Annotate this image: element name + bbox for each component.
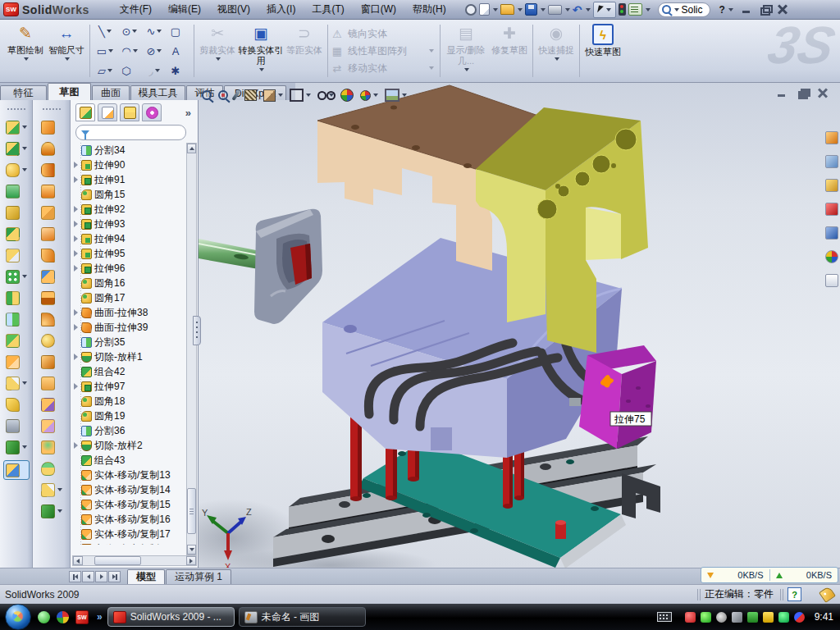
- expand-arrow-icon[interactable]: [74, 383, 78, 390]
- tool-dropdown-icon[interactable]: [57, 509, 62, 513]
- scroll-left-button[interactable]: [73, 556, 83, 565]
- start-button[interactable]: [5, 604, 31, 630]
- smart-dimension-button[interactable]: ↔ 智能尺寸: [46, 21, 87, 80]
- help-dropdown-icon[interactable]: [728, 8, 733, 11]
- feature-tool-button[interactable]: [6, 141, 27, 156]
- linear-pattern-button[interactable]: ▦ 线性草图阵列: [331, 43, 437, 59]
- feature-tool-button[interactable]: [6, 184, 27, 199]
- entity-dropdown-icon[interactable]: [107, 69, 112, 72]
- sketch-entity-button[interactable]: ✱: [167, 61, 191, 80]
- search-dropdown-icon[interactable]: [674, 8, 679, 11]
- mirror-entities-button[interactable]: ⚠ 镜向实体: [331, 25, 437, 42]
- tray-icon[interactable]: [778, 612, 789, 623]
- model-canvas[interactable]: 拉伸75 Y Z X: [199, 83, 840, 569]
- sketch-draw-button[interactable]: ✎ 草图绘制: [5, 21, 46, 80]
- tool-dropdown-icon[interactable]: [22, 445, 27, 449]
- next-tab-button[interactable]: [95, 571, 107, 582]
- search-input[interactable]: Solic: [682, 4, 703, 16]
- edit-appearance-icon[interactable]: [340, 89, 354, 102]
- tree-item[interactable]: 拉伸97: [72, 379, 187, 394]
- expand-arrow-icon[interactable]: [74, 176, 78, 183]
- graphics-viewport[interactable]: 拉伸75 Y Z X: [199, 83, 840, 569]
- model-tab[interactable]: 运动算例 1: [166, 569, 231, 584]
- tree-item[interactable]: 拉伸94: [72, 231, 187, 246]
- entity-dropdown-icon[interactable]: [155, 69, 160, 72]
- move-entities-dropdown-icon[interactable]: [429, 66, 434, 70]
- quick-launch-media-icon[interactable]: [57, 611, 69, 623]
- model-tab[interactable]: 模型: [127, 569, 165, 584]
- new-dropdown-icon[interactable]: [493, 8, 498, 11]
- save-icon[interactable]: [525, 3, 537, 16]
- tree-item[interactable]: 圆角16: [72, 276, 187, 290]
- task-pane-home-icon[interactable]: [825, 131, 838, 144]
- surface-tool-button[interactable]: [41, 354, 62, 369]
- tree-item[interactable]: 组合43: [72, 453, 187, 468]
- tree-item[interactable]: 实体-移动/复制17: [72, 527, 187, 541]
- zoom-area-icon[interactable]: [218, 90, 228, 100]
- display-delete-relations-button[interactable]: ▤ 显示/删除几...: [443, 21, 489, 80]
- tree-filter[interactable]: [75, 125, 186, 140]
- options-dropdown-icon[interactable]: [646, 8, 651, 11]
- rapid-sketch-button[interactable]: ϟ 快速草图: [582, 21, 623, 80]
- quick-launch-messenger-icon[interactable]: [38, 611, 50, 623]
- display-style-icon[interactable]: [290, 89, 311, 102]
- feature-tool-button[interactable]: [6, 418, 27, 433]
- tray-icon[interactable]: [716, 612, 727, 623]
- task-pane-resources-icon[interactable]: [825, 155, 838, 168]
- sketch-entity-button[interactable]: ▢: [167, 21, 191, 41]
- surface-tool-button[interactable]: [41, 418, 62, 433]
- sketch-entity-button[interactable]: ⊘: [142, 41, 167, 61]
- tree-item[interactable]: 曲面-拉伸38: [72, 305, 187, 320]
- expand-arrow-icon[interactable]: [74, 442, 78, 449]
- tray-icon[interactable]: [763, 612, 774, 623]
- feature-tool-button[interactable]: [6, 226, 27, 241]
- surface-tool-button[interactable]: [41, 141, 62, 156]
- surface-tool-button[interactable]: [41, 120, 62, 135]
- sketch-entity-button[interactable]: ⬡: [117, 61, 142, 80]
- apply-scene-icon[interactable]: [360, 90, 378, 101]
- surface-tool-button[interactable]: [41, 312, 62, 326]
- surface-tool-button[interactable]: [41, 184, 62, 199]
- tree-item[interactable]: 拉伸90: [72, 158, 187, 172]
- tree-item[interactable]: 分割36: [72, 423, 187, 438]
- close-button[interactable]: [778, 5, 788, 14]
- tool-dropdown-icon[interactable]: [22, 381, 27, 385]
- sketch-entity-button[interactable]: ◞: [142, 61, 167, 80]
- menu-item[interactable]: 文件(F): [112, 0, 159, 19]
- menu-item[interactable]: 工具(T): [304, 0, 351, 19]
- pin-icon[interactable]: [465, 4, 477, 16]
- surface-tool-button[interactable]: [41, 397, 62, 412]
- smart-dimension-dropdown-icon[interactable]: [65, 57, 70, 61]
- rebuild-traffic-light-icon[interactable]: [619, 3, 626, 16]
- sketch-entity-button[interactable]: ⊙: [117, 21, 142, 41]
- tree-item[interactable]: 实体-移动/复制13: [72, 468, 187, 482]
- open-file-icon[interactable]: [500, 4, 514, 15]
- scroll-thumb[interactable]: [187, 488, 196, 534]
- feature-manager-tab[interactable]: [75, 103, 95, 121]
- keyboard-layout-icon[interactable]: [657, 612, 672, 622]
- tool-dropdown-icon[interactable]: [22, 168, 27, 171]
- tree-item[interactable]: 实体-移动/复制16: [72, 512, 187, 527]
- tree-item[interactable]: 分割35: [72, 335, 187, 349]
- expand-panel-chevron[interactable]: »: [185, 107, 194, 119]
- options-checklist-icon[interactable]: [628, 3, 642, 16]
- expand-arrow-icon[interactable]: [74, 324, 78, 331]
- new-file-icon[interactable]: [479, 3, 490, 16]
- entity-dropdown-icon[interactable]: [133, 49, 138, 52]
- model-magenta-block[interactable]: [579, 345, 656, 449]
- tray-icon[interactable]: [794, 612, 805, 623]
- surface-tool-button[interactable]: [41, 333, 62, 348]
- pan-pen-icon[interactable]: [235, 89, 238, 101]
- tree-item[interactable]: 切除-放样2: [72, 438, 187, 453]
- quick-launch-chevron[interactable]: »: [97, 611, 103, 623]
- taskbar-clock[interactable]: 9:41: [815, 611, 833, 623]
- tree-vertical-scrollbar[interactable]: [186, 143, 197, 555]
- tree-item[interactable]: 拉伸96: [72, 261, 187, 276]
- view-orientation-icon[interactable]: [263, 89, 283, 102]
- feature-tool-button[interactable]: [4, 461, 29, 479]
- feature-tool-button[interactable]: [6, 354, 27, 369]
- tray-icon[interactable]: [732, 612, 742, 623]
- menu-item[interactable]: 窗口(W): [354, 0, 404, 19]
- tray-icon[interactable]: [747, 612, 758, 623]
- scroll-right-button[interactable]: [186, 556, 196, 565]
